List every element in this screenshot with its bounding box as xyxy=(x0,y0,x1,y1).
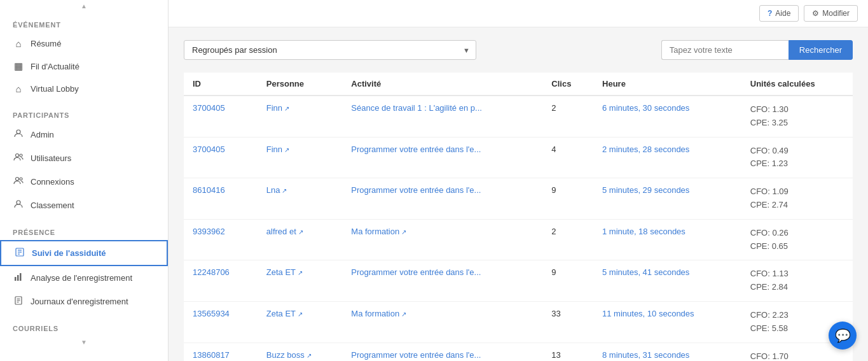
activite-external-icon: ↗ xyxy=(401,229,406,236)
search-input[interactable] xyxy=(661,40,789,60)
activite-external-icon: ↗ xyxy=(401,311,406,318)
cell-clics: 9 xyxy=(542,178,593,220)
table-header-row: ID Personne Activité Clics Heure Unités … xyxy=(184,73,853,96)
activite-link[interactable]: Programmer votre entrée dans l'e... xyxy=(351,267,481,277)
cell-heure: 5 minutes, 29 secondes xyxy=(593,178,741,220)
activite-link[interactable]: Ma formation xyxy=(351,227,399,236)
cell-unites: CFO: 1.09CPE: 2.74 xyxy=(741,178,853,220)
personne-link[interactable]: alfred et xyxy=(266,227,296,236)
sidebar-item-journaux-enregistrement[interactable]: Journaux d'enregistrement xyxy=(0,290,168,313)
suivi-icon xyxy=(14,247,25,259)
cell-personne: Finn↗ xyxy=(258,96,343,137)
table-row: 3700405Finn↗Séance de travail 1 : L'agil… xyxy=(184,96,853,137)
personne-link[interactable]: Finn xyxy=(266,145,282,154)
sidebar-item-utilisateurs[interactable]: Utilisateurs xyxy=(0,146,168,170)
cell-clics: 9 xyxy=(542,260,593,302)
id-link[interactable]: 12248706 xyxy=(193,267,230,277)
cell-heure: 11 minutes, 10 secondes xyxy=(593,301,741,343)
cell-id: 12248706 xyxy=(184,260,258,302)
cell-clics: 2 xyxy=(542,96,593,137)
id-link[interactable]: 3700405 xyxy=(193,145,225,154)
external-link-icon: ↗ xyxy=(284,105,289,112)
search-button[interactable]: Rechercher xyxy=(789,40,853,60)
sidebar-item-virtual-lobby[interactable]: ⌂ Virtual Lobby xyxy=(0,78,168,100)
id-link[interactable]: 8610416 xyxy=(193,185,225,195)
cell-id: 9393962 xyxy=(184,219,258,260)
col-id: ID xyxy=(184,73,258,96)
cell-id: 13860817 xyxy=(184,343,258,361)
col-unites: Unités calculées xyxy=(741,73,853,96)
search-row: Rechercher xyxy=(661,40,853,60)
activite-link[interactable]: Programmer votre entrée dans l'e... xyxy=(351,350,481,360)
activite-link[interactable]: Ma formation xyxy=(351,309,399,318)
cell-unites: CFO: 0.49CPE: 1.23 xyxy=(741,137,853,178)
topbar: ? Aide ⚙ Modifier xyxy=(169,0,868,27)
activite-link[interactable]: Programmer votre entrée dans l'e... xyxy=(351,145,481,154)
sidebar-section-presence: PRÉSENCE xyxy=(0,217,168,240)
sidebar-item-analyse-enregistrement[interactable]: Analyse de l'enregistrement xyxy=(0,266,168,290)
cell-clics: 13 xyxy=(542,343,593,361)
help-button[interactable]: ? Aide xyxy=(759,5,799,22)
sidebar-item-connexions[interactable]: Connexions xyxy=(0,170,168,194)
personne-link[interactable]: Buzz boss xyxy=(266,350,305,360)
table-row: 3700405Finn↗Programmer votre entrée dans… xyxy=(184,137,853,178)
gear-icon: ⚙ xyxy=(812,9,819,18)
col-heure: Heure xyxy=(593,73,741,96)
main-content: ? Aide ⚙ Modifier Regroupés par session … xyxy=(169,0,868,361)
external-link-icon: ↗ xyxy=(298,311,303,318)
cell-personne: Buzz boss↗ xyxy=(258,343,343,361)
cell-id: 3700405 xyxy=(184,96,258,137)
cell-clics: 4 xyxy=(542,137,593,178)
chat-bubble[interactable]: 💬 xyxy=(829,322,857,350)
sidebar-item-fil-actualite[interactable]: ▦ Fil d'Actualité xyxy=(0,55,168,78)
analyse-icon xyxy=(13,272,24,284)
filter-select-wrapper: Regroupés par session Regroupés par part… xyxy=(184,40,476,60)
external-link-icon: ↗ xyxy=(282,187,287,194)
sidebar-item-admin[interactable]: Admin xyxy=(0,123,168,146)
personne-link[interactable]: Zeta ET xyxy=(266,309,296,318)
cell-heure: 8 minutes, 31 secondes xyxy=(593,343,741,361)
personne-link[interactable]: Lna xyxy=(266,185,280,195)
news-icon: ▦ xyxy=(13,60,24,72)
sidebar-item-classement[interactable]: Classement xyxy=(0,194,168,217)
id-link[interactable]: 3700405 xyxy=(193,103,225,113)
id-link[interactable]: 13860817 xyxy=(193,350,230,360)
groupby-select[interactable]: Regroupés par session Regroupés par part… xyxy=(184,40,476,60)
cell-activite: Programmer votre entrée dans l'e... xyxy=(342,178,542,220)
cell-activite: Programmer votre entrée dans l'e... xyxy=(342,260,542,302)
cell-personne: alfred et↗ xyxy=(258,219,343,260)
sidebar-section-evenement: ÉVÉNEMENT xyxy=(0,10,168,32)
sidebar: ▲ ÉVÉNEMENT ⌂ Résumé ▦ Fil d'Actualité ⌂… xyxy=(0,0,169,361)
cell-id: 8610416 xyxy=(184,178,258,220)
activite-link[interactable]: Programmer votre entrée dans l'e... xyxy=(351,185,481,195)
personne-link[interactable]: Finn xyxy=(266,103,282,113)
lobby-icon: ⌂ xyxy=(13,83,24,94)
table-row: 8610416Lna↗Programmer votre entrée dans … xyxy=(184,178,853,220)
id-link[interactable]: 13565934 xyxy=(193,309,230,318)
id-link[interactable]: 9393962 xyxy=(193,227,225,236)
chat-icon: 💬 xyxy=(835,328,851,343)
activite-link[interactable]: Séance de travail 1 : L'agilité en p... xyxy=(351,103,482,113)
classement-icon xyxy=(13,199,24,211)
table-row: 9393962alfred et↗Ma formation↗21 minute,… xyxy=(184,219,853,260)
cell-unites: CFO: 1.13CPE: 2.84 xyxy=(741,260,853,302)
cell-id: 13565934 xyxy=(184,301,258,343)
col-clics: Clics xyxy=(542,73,593,96)
svg-point-2 xyxy=(20,154,22,157)
cell-activite: Programmer votre entrée dans l'e... xyxy=(342,137,542,178)
cell-activite: Séance de travail 1 : L'agilité en p... xyxy=(342,96,542,137)
admin-icon xyxy=(13,129,24,141)
sidebar-item-resume[interactable]: ⌂ Résumé xyxy=(0,32,168,55)
sidebar-item-suivi-assiduite[interactable]: Suivi de l'assiduité xyxy=(0,240,168,266)
home-icon: ⌂ xyxy=(13,38,24,49)
cell-personne: Zeta ET↗ xyxy=(258,260,343,302)
personne-link[interactable]: Zeta ET xyxy=(266,267,296,277)
modify-button[interactable]: ⚙ Modifier xyxy=(804,5,858,22)
sidebar-section-participants: PARTICIPANTS xyxy=(0,100,168,123)
users-icon xyxy=(13,152,24,164)
external-link-icon: ↗ xyxy=(298,269,303,276)
cell-personne: Finn↗ xyxy=(258,137,343,178)
external-link-icon: ↗ xyxy=(298,229,303,236)
cell-activite: Programmer votre entrée dans l'e... xyxy=(342,343,542,361)
col-activite: Activité xyxy=(342,73,542,96)
